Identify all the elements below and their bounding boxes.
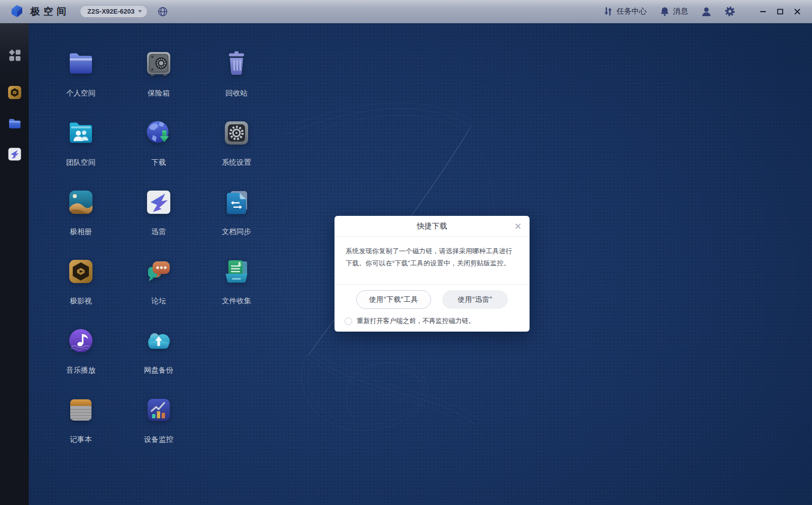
app-file-collect[interactable]: 文件收集	[198, 253, 275, 323]
dialog-buttons: 使用“下载”工具 使用“迅雷”	[335, 290, 530, 309]
movies-icon	[66, 257, 95, 286]
app-device-monitor[interactable]: 设备监控	[120, 392, 198, 461]
desktop: 个人空间 保险箱	[29, 23, 812, 505]
app-label: 团队空间	[66, 158, 95, 167]
sidebar-item-files[interactable]	[8, 116, 22, 130]
app-doc-sync[interactable]: 文档同步	[198, 184, 275, 253]
app-grid: 个人空间 保险箱	[42, 45, 275, 461]
task-center-icon	[603, 7, 613, 16]
app-label: 网盘备份	[144, 366, 173, 375]
minimize-button[interactable]	[754, 3, 772, 20]
zspace-movies-icon	[8, 85, 22, 100]
forum-icon	[144, 257, 173, 286]
app-xunlei[interactable]: 迅雷	[120, 184, 198, 253]
app-label: 音乐播放	[66, 366, 95, 375]
app-team-space[interactable]: 团队空间	[42, 115, 120, 184]
app-download[interactable]: 下载	[120, 115, 198, 184]
app-photo-album[interactable]: 极相册	[42, 184, 120, 253]
app-label: 极相册	[70, 227, 92, 236]
close-icon	[794, 8, 801, 15]
maximize-button[interactable]	[772, 3, 789, 20]
xunlei-icon	[8, 147, 22, 161]
app-forum[interactable]: 论坛	[120, 253, 198, 323]
team-space-icon	[66, 118, 95, 148]
system-settings-icon	[222, 118, 251, 148]
device-name: Z2S-X92E-6203	[87, 8, 134, 15]
network-globe-button[interactable]	[158, 7, 168, 17]
recycle-bin-icon	[222, 49, 251, 78]
app-recycle-bin[interactable]: 回收站	[198, 45, 275, 115]
minimize-icon	[759, 8, 767, 15]
device-selector[interactable]: Z2S-X92E-6203	[80, 5, 148, 18]
app-label: 记事本	[70, 435, 92, 444]
dialog-body-text: 系统发现你复制了一个磁力链，请选择采用哪种工具进行下载。你可以在“下载”工具的设…	[346, 245, 518, 269]
app-label: 迅雷	[152, 227, 166, 236]
messages-label: 消息	[673, 7, 688, 16]
app-label: 论坛	[152, 297, 166, 305]
chevron-down-icon	[138, 10, 142, 13]
app-notepad[interactable]: 记事本	[42, 392, 120, 461]
app-system-settings[interactable]: 系统设置	[198, 115, 275, 184]
user-button[interactable]	[701, 7, 711, 17]
app-safe-box[interactable]: 保险箱	[120, 45, 198, 115]
file-collect-icon	[222, 257, 251, 286]
dialog-divider	[335, 284, 530, 285]
app-label: 个人空间	[66, 89, 95, 98]
doc-sync-icon	[222, 188, 251, 217]
bell-icon	[660, 7, 670, 16]
app-label: 系统设置	[222, 158, 251, 167]
download-icon	[144, 118, 173, 148]
close-window-button[interactable]	[789, 3, 806, 20]
app-cloud-backup[interactable]: 网盘备份	[120, 323, 198, 392]
task-center-button[interactable]: 任务中心	[603, 7, 647, 16]
app-title: 极空间	[30, 5, 70, 18]
zspace-logo	[8, 3, 25, 20]
notepad-icon	[66, 395, 95, 425]
globe-icon	[158, 7, 168, 17]
sidebar-item-movies[interactable]	[8, 85, 22, 100]
maximize-icon	[777, 8, 784, 15]
cloud-backup-icon	[144, 326, 173, 355]
sidebar-item-apps[interactable]	[8, 49, 21, 62]
app-label: 设备监控	[144, 435, 173, 444]
stop-monitoring-option[interactable]: 重新打开客户端之前，不再监控磁力链。	[345, 316, 475, 326]
apps-grid-icon	[8, 49, 21, 62]
app-label: 下载	[152, 158, 166, 167]
app-label: 文档同步	[222, 227, 251, 236]
sidebar	[0, 23, 29, 505]
app-label: 文件收集	[222, 297, 251, 305]
quick-download-dialog: 快捷下载 ✕ 系统发现你复制了一个磁力链，请选择采用哪种工具进行下载。你可以在“…	[335, 216, 530, 332]
dialog-close-button[interactable]: ✕	[512, 221, 523, 232]
files-folder-icon	[8, 116, 22, 130]
window-controls	[754, 3, 806, 20]
app-personal-space[interactable]: 个人空间	[42, 45, 120, 115]
radio-unchecked-icon[interactable]	[345, 317, 352, 325]
photo-album-icon	[66, 188, 95, 217]
sidebar-item-xunlei[interactable]	[8, 147, 22, 161]
app-label: 极影视	[70, 297, 92, 305]
music-player-icon	[66, 326, 95, 355]
app-movies[interactable]: 极影视	[42, 253, 120, 323]
use-xunlei-button[interactable]: 使用“迅雷”	[442, 290, 508, 309]
use-download-tool-button[interactable]: 使用“下载”工具	[356, 290, 431, 309]
app-music-player[interactable]: 音乐播放	[42, 323, 120, 392]
stop-monitoring-label: 重新打开客户端之前，不再监控磁力链。	[357, 316, 475, 326]
dialog-header: 快捷下载 ✕	[335, 216, 530, 237]
dialog-title: 快捷下载	[417, 221, 447, 231]
xunlei-app-icon	[144, 188, 173, 217]
titlebar-actions: 任务中心 消息	[603, 3, 812, 20]
safe-box-icon	[144, 49, 173, 78]
task-center-label: 任务中心	[616, 7, 647, 16]
device-monitor-icon	[144, 395, 173, 425]
messages-button[interactable]: 消息	[660, 7, 688, 16]
title-bar: 极空间 Z2S-X92E-6203	[0, 0, 812, 23]
personal-space-icon	[66, 49, 95, 78]
app-label: 回收站	[225, 89, 248, 98]
zspace-desktop-app: 极空间 Z2S-X92E-6203	[0, 0, 812, 505]
app-label: 保险箱	[148, 89, 170, 98]
settings-button[interactable]	[725, 6, 735, 17]
user-icon	[701, 7, 711, 17]
gear-icon	[725, 6, 735, 17]
